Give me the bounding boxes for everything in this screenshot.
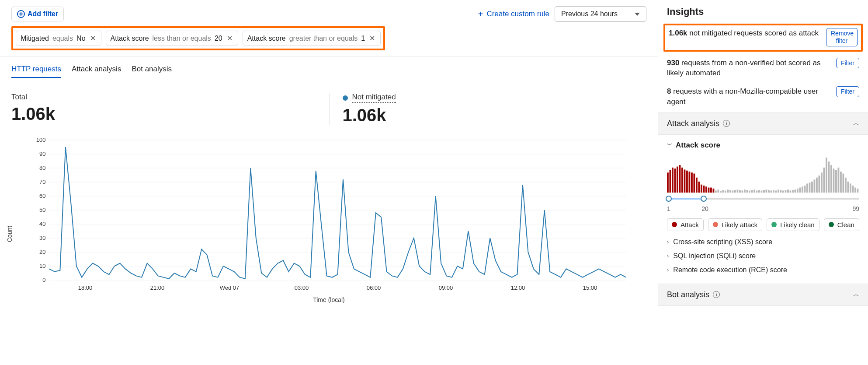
add-filter-button[interactable]: Add filter — [11, 7, 64, 21]
chevron-down-icon — [635, 13, 640, 16]
chevron-down-icon: ﹀ — [667, 141, 672, 149]
svg-rect-76 — [778, 190, 779, 193]
sub-score-item[interactable]: ›Remote code execution (RCE) score — [667, 266, 859, 274]
svg-rect-69 — [761, 190, 763, 193]
close-icon[interactable]: ✕ — [89, 34, 97, 42]
svg-rect-70 — [763, 190, 765, 193]
dot-icon — [713, 222, 718, 227]
svg-rect-92 — [816, 177, 818, 192]
svg-rect-68 — [758, 190, 760, 193]
svg-rect-101 — [838, 168, 840, 193]
svg-rect-73 — [771, 190, 772, 193]
svg-rect-30 — [667, 172, 669, 193]
sub-score-item[interactable]: ›SQL injection (SQLi) score — [667, 252, 859, 260]
svg-text:50: 50 — [39, 207, 45, 213]
chart-ylabel: Count — [6, 226, 13, 242]
svg-rect-86 — [802, 186, 803, 193]
chevron-right-icon: › — [667, 267, 669, 273]
attack-score-toggle[interactable]: ﹀ Attack score — [667, 141, 859, 150]
bot-analysis-collapsible[interactable]: Bot analysis i ︿ — [658, 284, 868, 306]
filter-chip[interactable]: Mitigated equals No ✕ — [16, 31, 101, 46]
svg-rect-39 — [689, 172, 691, 193]
svg-rect-43 — [698, 182, 700, 193]
http-requests-chart[interactable]: 010203040506070809010018:0021:00Wed 0703… — [11, 136, 646, 293]
insight-text: 930 requests from a non-verified bot sco… — [667, 58, 832, 79]
svg-rect-89 — [809, 182, 811, 193]
svg-rect-91 — [814, 179, 816, 193]
chevron-up-icon: ︿ — [853, 119, 859, 127]
svg-text:21:00: 21:00 — [150, 284, 165, 291]
svg-rect-90 — [811, 182, 813, 193]
svg-rect-58 — [734, 190, 736, 193]
svg-rect-33 — [674, 168, 676, 193]
timerange-label: Previous 24 hours — [561, 10, 618, 18]
svg-rect-64 — [749, 190, 750, 193]
not-mitigated-label[interactable]: Not mitigated — [352, 93, 396, 103]
svg-rect-44 — [701, 184, 702, 192]
filter-chip[interactable]: Attack score greater than or equals 1 ✕ — [243, 31, 381, 46]
filter-chips-highlighted: Mitigated equals No ✕Attack score less t… — [11, 26, 385, 50]
legend-chip-attack[interactable]: Attack — [667, 218, 704, 231]
svg-rect-47 — [708, 187, 710, 192]
filter-chip[interactable]: Attack score less than or equals 20 ✕ — [106, 31, 238, 46]
range-max-label: 99 — [852, 205, 859, 212]
svg-rect-67 — [756, 190, 758, 193]
svg-rect-107 — [852, 186, 854, 193]
legend-chip-likely-clean[interactable]: Likely clean — [767, 218, 819, 231]
svg-text:06:00: 06:00 — [367, 284, 381, 291]
attack-analysis-collapsible[interactable]: Attack analysis i ︿ — [658, 112, 868, 135]
filter-button[interactable]: Filter — [836, 58, 859, 69]
svg-rect-78 — [782, 190, 784, 193]
svg-rect-83 — [795, 190, 796, 193]
filter-field: Attack score — [111, 35, 149, 42]
svg-rect-59 — [737, 190, 739, 193]
chevron-right-icon: › — [667, 239, 669, 245]
svg-text:Wed 07: Wed 07 — [220, 284, 240, 291]
svg-rect-48 — [710, 187, 712, 192]
dot-icon — [343, 95, 348, 101]
svg-rect-85 — [799, 187, 801, 192]
svg-rect-94 — [821, 172, 823, 193]
svg-rect-45 — [703, 186, 705, 193]
legend-chip-clean[interactable]: Clean — [824, 218, 859, 231]
filter-field: Attack score — [247, 35, 286, 42]
svg-rect-84 — [797, 189, 799, 193]
chart-xlabel: Time (local) — [11, 296, 646, 303]
svg-rect-61 — [742, 190, 743, 193]
range-thumb-min[interactable] — [666, 196, 672, 202]
sub-score-item[interactable]: ›Cross-site scripting (XSS) score — [667, 238, 859, 246]
svg-text:10: 10 — [39, 263, 45, 269]
svg-rect-52 — [720, 191, 722, 192]
create-custom-rule-link[interactable]: + Create custom rule — [478, 10, 549, 18]
attack-score-range-slider[interactable] — [667, 196, 859, 203]
close-icon[interactable]: ✕ — [226, 34, 233, 42]
total-value: 1.06k — [11, 104, 329, 124]
svg-text:15:00: 15:00 — [583, 284, 597, 291]
filter-button[interactable]: Filter — [836, 86, 859, 97]
remove-filter-button[interactable]: Remove filter — [826, 28, 858, 46]
tab-bot-analysis[interactable]: Bot analysis — [132, 65, 172, 78]
svg-rect-62 — [744, 190, 746, 193]
svg-rect-75 — [775, 190, 777, 193]
svg-rect-80 — [787, 190, 789, 193]
close-icon[interactable]: ✕ — [368, 34, 376, 42]
range-mid-label: 20 — [701, 205, 708, 212]
legend-chip-likely-attack[interactable]: Likely attack — [708, 218, 763, 231]
svg-text:100: 100 — [36, 137, 46, 143]
svg-rect-65 — [751, 190, 753, 193]
bot-analysis-label: Bot analysis — [667, 290, 709, 299]
dot-icon — [771, 222, 777, 227]
svg-rect-66 — [753, 190, 755, 193]
timerange-select[interactable]: Previous 24 hours — [555, 6, 646, 22]
svg-rect-54 — [725, 190, 726, 193]
svg-rect-57 — [732, 190, 734, 193]
range-thumb-max[interactable] — [701, 196, 707, 202]
svg-rect-98 — [830, 165, 832, 193]
tab-http-requests[interactable]: HTTP requests — [11, 65, 61, 78]
tab-attack-analysis[interactable]: Attack analysis — [72, 65, 121, 78]
svg-text:0: 0 — [42, 277, 45, 283]
insight-text: 8 requests with a non-Mozilla-compatible… — [667, 86, 832, 107]
svg-rect-82 — [792, 190, 794, 193]
svg-rect-109 — [857, 189, 859, 193]
svg-text:18:00: 18:00 — [78, 284, 93, 291]
